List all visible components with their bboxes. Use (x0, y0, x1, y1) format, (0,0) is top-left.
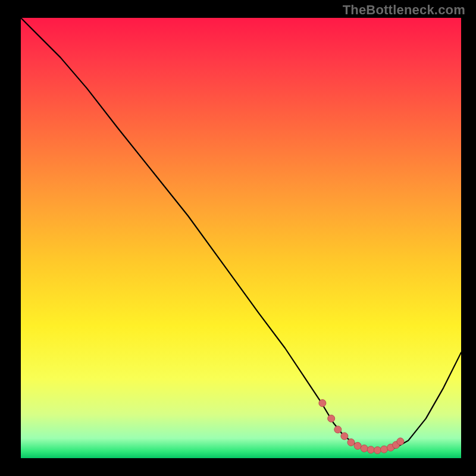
marker-dot (334, 426, 342, 433)
marker-dot (319, 400, 326, 407)
marker-dot (374, 447, 381, 454)
marker-dot (367, 446, 374, 453)
marker-dot (341, 433, 348, 440)
chart-container (21, 18, 461, 458)
gradient-background (21, 18, 461, 458)
marker-dot (328, 415, 335, 422)
bottleneck-chart (21, 18, 461, 458)
marker-dot (361, 445, 368, 452)
marker-dot (347, 439, 355, 446)
marker-dot (354, 442, 361, 449)
marker-dot (397, 438, 404, 445)
watermark-text: TheBottleneck.com (343, 2, 465, 18)
marker-dot (381, 446, 388, 453)
